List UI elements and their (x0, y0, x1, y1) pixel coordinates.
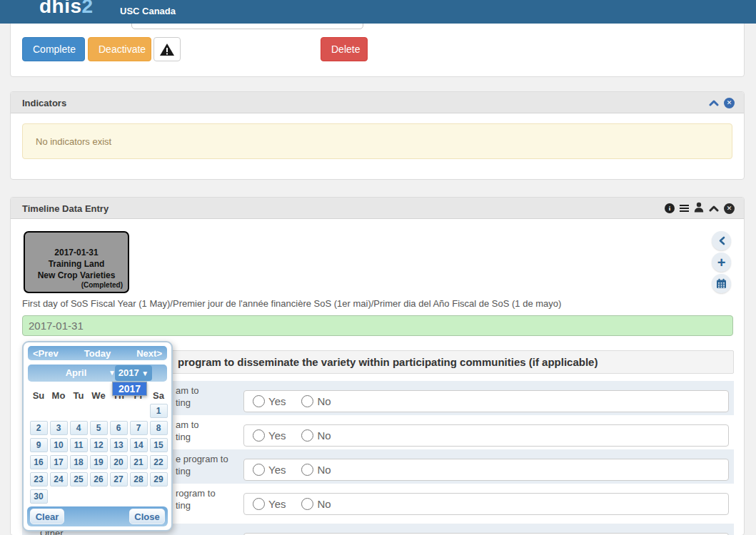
calendar-day-cell[interactable]: 28 (130, 472, 148, 486)
calendar-day-cell[interactable]: 18 (70, 455, 88, 469)
calendar-day-cell[interactable]: 1 (150, 404, 168, 418)
yes-radio[interactable] (253, 395, 265, 407)
yes-option: Yes (253, 464, 286, 476)
calendar-day-cell[interactable]: 14 (130, 438, 148, 452)
calendar-day-cell[interactable]: 21 (130, 455, 148, 469)
year-select[interactable]: 2017 ▼ (115, 365, 152, 381)
question-label: am toting (176, 384, 199, 409)
indicators-panel: Indicators ✕ No indicators exist (10, 91, 745, 180)
timeline-panel-header: Timeline Data Entry i ✕ (11, 198, 744, 219)
calendar-day-cell[interactable]: 3 (50, 421, 68, 435)
calendar-day-cell[interactable]: 2 (30, 421, 48, 435)
yes-radio[interactable] (253, 429, 265, 442)
close-circle-icon[interactable]: ✕ (724, 98, 735, 108)
event-line3: New Crop Varieties (25, 270, 128, 281)
year-dropdown-option[interactable]: 2017 (112, 382, 147, 396)
datepicker-nav: <Prev Today Next> (28, 346, 167, 360)
no-radio[interactable] (301, 395, 313, 407)
warning-button[interactable] (153, 37, 181, 61)
answer-box: YesNo (243, 424, 729, 447)
calendar-day-cell[interactable]: 9 (30, 438, 48, 452)
person-icon[interactable] (694, 202, 704, 215)
fiscal-year-field-label: First day of SoS Fiscal Year (1 May)/Pre… (22, 298, 561, 309)
timeline-event-box[interactable]: 2017-01-31 Training Land New Crop Variet… (24, 231, 129, 293)
calendar-day-cell[interactable]: 16 (30, 455, 48, 469)
yes-radio-label: Yes (268, 464, 286, 476)
calendar-day-cell[interactable]: 8 (150, 421, 168, 435)
dhis2-logo[interactable]: dhis2 (39, 0, 94, 18)
day-header: Mo (49, 390, 69, 401)
yes-radio-label: Yes (268, 395, 286, 407)
calendar-day-cell[interactable]: 17 (50, 455, 68, 469)
collapse-chevron-up-icon[interactable] (709, 99, 719, 106)
calendar-day-cell[interactable]: 27 (110, 472, 128, 486)
calendar-week-row: 16171819202122 (29, 455, 168, 469)
answer-box: YesNo (243, 493, 729, 515)
no-radio[interactable] (301, 464, 313, 476)
calendar-day-cell[interactable]: 30 (30, 489, 48, 504)
question-label: e program toting (176, 453, 228, 477)
timeline-panel-title: Timeline Data Entry (22, 203, 109, 214)
calendar-day-cell[interactable]: 4 (70, 421, 88, 435)
collapse-chevron-up-icon[interactable] (709, 205, 719, 212)
calendar-day-cell[interactable]: 5 (90, 421, 108, 435)
calendar-day-cell[interactable]: 25 (70, 472, 88, 486)
question-label: am toting (176, 419, 199, 443)
yes-radio-label: Yes (268, 429, 286, 442)
clear-button[interactable]: Clear (30, 509, 64, 524)
calendar-day-cell[interactable]: 29 (150, 472, 168, 486)
warning-triangle-icon (159, 47, 175, 58)
delete-button[interactable]: Delete (321, 37, 368, 61)
info-circle-icon[interactable]: i (665, 203, 675, 213)
calendar-day-cell[interactable]: 11 (70, 438, 88, 452)
calendar-day-cell[interactable]: 10 (50, 438, 68, 452)
chevron-left-icon[interactable] (712, 231, 731, 250)
calendar-day-cell[interactable]: 23 (30, 472, 48, 486)
calendar-week-row: 2345678 (29, 421, 168, 435)
yes-radio[interactable] (253, 464, 265, 476)
calendar-day-cell[interactable]: 26 (90, 472, 108, 486)
indicators-panel-title: Indicators (22, 98, 66, 108)
close-circle-icon[interactable]: ✕ (724, 203, 735, 214)
calendar-day-cell[interactable]: 7 (130, 421, 148, 435)
close-button[interactable]: Close (129, 509, 165, 524)
list-icon[interactable] (680, 205, 689, 212)
datepicker-popup: <Prev Today Next> April▼ 2017 ▼ 2017 SuM… (22, 341, 173, 531)
calendar-day-cell[interactable]: 20 (110, 455, 128, 469)
datepicker-next-button[interactable]: Next> (136, 348, 162, 359)
plus-icon[interactable]: + (712, 253, 731, 272)
chevron-down-icon: ▼ (141, 370, 148, 377)
deactivate-button[interactable]: Deactivate (88, 37, 151, 61)
question-label: rogram toting (176, 487, 216, 511)
datepicker-day-headers: SuMoTuWeThFrSa (29, 390, 168, 401)
yes-radio[interactable] (253, 498, 265, 510)
datepicker-today-button[interactable]: Today (84, 348, 111, 359)
no-radio[interactable] (301, 498, 313, 510)
datepicker-monthyear-bar: April▼ 2017 ▼ (28, 365, 167, 382)
timeline-panel: Timeline Data Entry i ✕ 2017-01-31 Train… (10, 197, 745, 535)
calendar-day-cell[interactable]: 12 (90, 438, 108, 452)
month-select[interactable]: April▼ (35, 365, 117, 382)
event-line2: Training Land (25, 258, 128, 270)
datepicker-prev-button[interactable]: <Prev (33, 348, 59, 359)
calendar-day-cell[interactable]: 19 (90, 455, 108, 469)
no-radio-label: No (317, 395, 331, 407)
no-option: No (301, 498, 331, 510)
calendar-day-cell[interactable]: 6 (110, 421, 128, 435)
calendar-icon[interactable] (712, 274, 731, 293)
calendar-week-row: 30 (29, 489, 168, 504)
calendar-day-cell[interactable]: 15 (150, 438, 168, 452)
logo-text: dhis (39, 0, 82, 17)
calendar-day-cell[interactable]: 24 (50, 472, 68, 486)
calendar-day-cell[interactable]: 22 (150, 455, 168, 469)
no-option: No (301, 395, 331, 407)
answer-box: YesNo (243, 459, 729, 481)
day-header: Sa (148, 390, 168, 401)
calendar-week-row: 1 (29, 404, 168, 418)
calendar-day-cell[interactable]: 13 (110, 438, 128, 452)
fiscal-year-date-input[interactable]: 2017-01-31 (22, 315, 733, 336)
no-radio[interactable] (301, 429, 313, 442)
complete-button[interactable]: Complete (22, 37, 85, 61)
event-status: (Completed) (25, 281, 128, 289)
org-unit-label: USC Canada (120, 6, 176, 16)
